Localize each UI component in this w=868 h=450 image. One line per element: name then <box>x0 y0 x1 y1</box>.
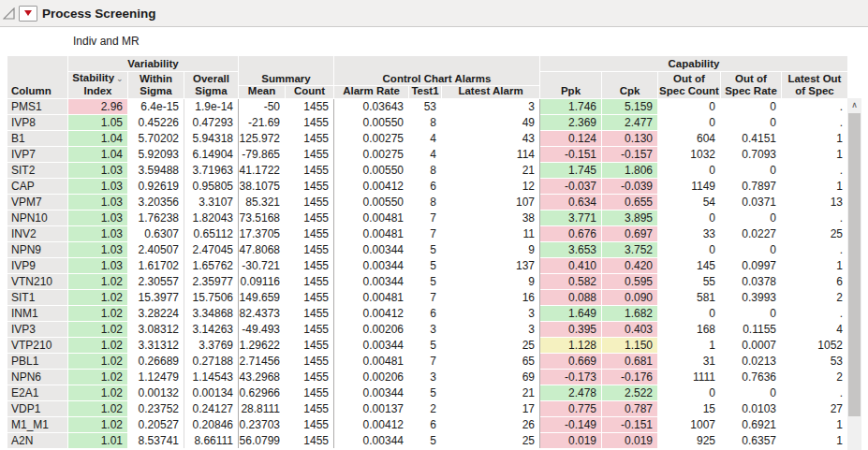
alarm-rate-cell[interactable]: 0.00275 <box>334 147 408 162</box>
row-label-cell[interactable]: IVP7 <box>7 147 67 162</box>
oos-count-cell[interactable]: 581 <box>658 290 720 305</box>
oos-count-cell[interactable]: 0 <box>658 306 720 321</box>
mean-cell[interactable]: 149.659 <box>239 290 285 305</box>
column-header-column[interactable]: Column <box>7 56 67 98</box>
within-sigma-cell[interactable]: 3.31312 <box>128 338 184 353</box>
latest-oos-cell[interactable]: 25 <box>782 226 847 241</box>
latest-oos-cell[interactable]: 53 <box>782 354 847 369</box>
column-header-ppk[interactable]: Ppk <box>540 72 601 98</box>
row-label-cell[interactable]: CAP <box>7 179 67 194</box>
test1-cell[interactable]: 4 <box>409 147 441 162</box>
ppk-cell[interactable]: 1.128 <box>540 338 601 353</box>
ppk-cell[interactable]: 0.124 <box>540 131 601 146</box>
ppk-cell[interactable]: 0.775 <box>540 401 601 416</box>
column-header-latest-oos[interactable]: Latest Outof Spec <box>782 72 847 98</box>
oos-rate-cell[interactable]: 0.7093 <box>721 147 781 162</box>
alarm-rate-cell[interactable]: 0.00550 <box>334 115 408 130</box>
stability-index-cell[interactable]: 1.04 <box>68 147 127 162</box>
alarm-rate-cell[interactable]: 0.00275 <box>334 131 408 146</box>
stability-index-cell[interactable]: 1.03 <box>68 179 127 194</box>
oos-count-cell[interactable]: 168 <box>658 322 720 337</box>
alarm-rate-cell[interactable]: 0.00344 <box>334 385 408 400</box>
count-cell[interactable]: 1455 <box>286 338 333 353</box>
oos-count-cell[interactable]: 604 <box>658 131 720 146</box>
oos-rate-cell[interactable]: 0.0371 <box>721 195 781 210</box>
within-sigma-cell[interactable]: 2.30557 <box>128 274 184 289</box>
row-label-cell[interactable]: INM1 <box>7 306 67 321</box>
latest-oos-cell[interactable]: 1 <box>782 417 847 432</box>
latest-oos-cell[interactable]: 4 <box>782 322 847 337</box>
overall-sigma-cell[interactable]: 1.14543 <box>184 370 238 385</box>
within-sigma-cell[interactable]: 0.92619 <box>128 179 184 194</box>
cpk-cell[interactable]: 0.595 <box>602 274 657 289</box>
oos-count-cell[interactable]: 1149 <box>658 179 720 194</box>
column-header-test1[interactable]: Test1 <box>409 86 441 98</box>
mean-cell[interactable]: -30.721 <box>239 258 285 273</box>
count-cell[interactable]: 1455 <box>286 354 333 369</box>
mean-cell[interactable]: 1.29622 <box>239 338 285 353</box>
mean-cell[interactable]: 17.3705 <box>239 226 285 241</box>
within-sigma-cell[interactable]: 3.28224 <box>128 306 184 321</box>
within-sigma-cell[interactable]: 3.20356 <box>128 195 184 210</box>
stability-index-cell[interactable]: 1.03 <box>68 226 127 241</box>
cpk-cell[interactable]: 0.681 <box>602 354 657 369</box>
latest-alarm-cell[interactable]: 21 <box>442 163 539 178</box>
ppk-cell[interactable]: 1.745 <box>540 163 601 178</box>
count-cell[interactable]: 1455 <box>286 258 333 273</box>
within-sigma-cell[interactable]: 5.70202 <box>128 131 184 146</box>
row-label-cell[interactable]: NPN9 <box>7 242 67 257</box>
cpk-cell[interactable]: 0.130 <box>602 131 657 146</box>
alarm-rate-cell[interactable]: 0.03643 <box>334 99 408 114</box>
latest-oos-cell[interactable]: 2 <box>782 370 847 385</box>
column-header-count[interactable]: Count <box>286 86 333 98</box>
latest-alarm-cell[interactable]: 25 <box>442 338 539 353</box>
count-cell[interactable]: 1455 <box>286 433 333 448</box>
cpk-cell[interactable]: 0.697 <box>602 226 657 241</box>
test1-cell[interactable]: 8 <box>409 195 441 210</box>
scroll-up-button[interactable]: ∧ <box>847 98 861 112</box>
stability-index-cell[interactable]: 1.02 <box>68 417 127 432</box>
row-label-cell[interactable]: IVP8 <box>7 115 67 130</box>
test1-cell[interactable]: 6 <box>409 179 441 194</box>
within-sigma-cell[interactable]: 3.08312 <box>128 322 184 337</box>
latest-alarm-cell[interactable]: 9 <box>442 274 539 289</box>
alarm-rate-cell[interactable]: 0.00412 <box>334 179 408 194</box>
oos-count-cell[interactable]: 54 <box>658 195 720 210</box>
latest-alarm-cell[interactable]: 21 <box>442 385 539 400</box>
stability-index-cell[interactable]: 1.03 <box>68 163 127 178</box>
latest-oos-cell[interactable]: 1 <box>782 433 847 448</box>
stability-index-cell[interactable]: 1.02 <box>68 322 127 337</box>
latest-oos-cell[interactable]: 2 <box>782 290 847 305</box>
test1-cell[interactable]: 3 <box>409 322 441 337</box>
mean-cell[interactable]: 43.2968 <box>239 370 285 385</box>
stability-index-cell[interactable]: 1.03 <box>68 242 127 257</box>
latest-oos-cell[interactable]: 13 <box>782 195 847 210</box>
oos-count-cell[interactable]: 0 <box>658 385 720 400</box>
alarm-rate-cell[interactable]: 0.00206 <box>334 322 408 337</box>
cpk-cell[interactable]: -0.039 <box>602 179 657 194</box>
mean-cell[interactable]: 28.8111 <box>239 401 285 416</box>
test1-cell[interactable]: 7 <box>409 354 441 369</box>
mean-cell[interactable]: 0.23703 <box>239 417 285 432</box>
row-label-cell[interactable]: IVP3 <box>7 322 67 337</box>
count-cell[interactable]: 1455 <box>286 385 333 400</box>
ppk-cell[interactable]: 3.771 <box>540 210 601 225</box>
alarm-rate-cell[interactable]: 0.00344 <box>334 242 408 257</box>
oos-rate-cell[interactable]: 0.0007 <box>721 338 781 353</box>
latest-alarm-cell[interactable]: 65 <box>442 354 539 369</box>
overall-sigma-cell[interactable]: 3.3769 <box>184 338 238 353</box>
ppk-cell[interactable]: -0.037 <box>540 179 601 194</box>
within-sigma-cell[interactable]: 0.00132 <box>128 385 184 400</box>
cpk-cell[interactable]: 1.806 <box>602 163 657 178</box>
count-cell[interactable]: 1455 <box>286 417 333 432</box>
column-header-oos-rate[interactable]: Out ofSpec Rate <box>721 72 781 98</box>
oos-count-cell[interactable]: 55 <box>658 274 720 289</box>
stability-index-cell[interactable]: 1.02 <box>68 385 127 400</box>
alarm-rate-cell[interactable]: 0.00344 <box>334 274 408 289</box>
oos-count-cell[interactable]: 1007 <box>658 417 720 432</box>
latest-oos-cell[interactable]: 1 <box>782 179 847 194</box>
oos-rate-cell[interactable]: 0.6921 <box>721 417 781 432</box>
cpk-cell[interactable]: 1.682 <box>602 306 657 321</box>
count-cell[interactable]: 1455 <box>286 179 333 194</box>
oos-rate-cell[interactable]: 0.4151 <box>721 131 781 146</box>
